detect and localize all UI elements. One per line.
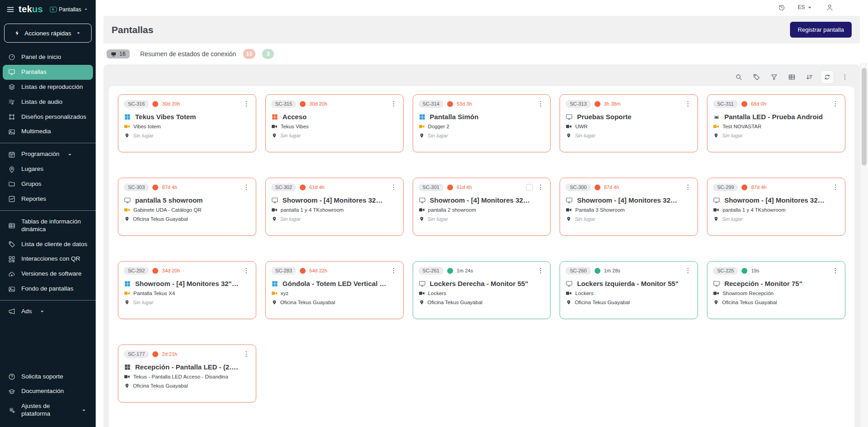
online-count-badge[interactable]: 3 <box>262 49 274 59</box>
sidebar-item-grupos[interactable]: Grupos <box>3 177 93 192</box>
playlist-link[interactable]: Lockers <box>428 291 446 296</box>
app-logo[interactable]: tekus <box>19 4 43 15</box>
screen-card[interactable]: SC-29987d 4hShowroom - [4] Monitores 32…… <box>707 178 845 236</box>
scrollbar[interactable] <box>860 63 868 427</box>
card-menu-button[interactable] <box>242 350 250 358</box>
location-link[interactable]: Oficina Tekus Guayabal <box>575 300 629 305</box>
sidebar-item-versiones-de-software[interactable]: Versiones de software <box>3 267 93 281</box>
playlist-link[interactable]: pantalla 2 showroom <box>428 207 476 213</box>
screen-card[interactable]: SC-31630d 20hTekus Vibes TotemVibes tote… <box>118 94 256 152</box>
sidebar-item-interacciones-con-qr[interactable]: Interacciones con QR <box>3 252 93 267</box>
sidebar-item-solicita-soporte[interactable]: Solicita soporte <box>3 369 93 384</box>
toolbar-funnel-button[interactable] <box>767 70 781 84</box>
card-menu-button[interactable] <box>536 100 545 108</box>
hamburger-menu-icon[interactable] <box>6 5 15 14</box>
playlist-link[interactable]: Vibes totem <box>133 124 161 129</box>
screen-card[interactable]: SC-2611m 24sLockers Derecha - Monitor 55… <box>413 261 551 319</box>
offline-count-badge[interactable]: 13 <box>243 49 255 59</box>
playlist-link[interactable]: Test NOVASTAR <box>722 124 761 129</box>
sidebar-item-tablas-de-informacion-dinamica[interactable]: Tablas de información dinámica <box>3 214 93 237</box>
playlist-link[interactable]: Pantalla 3 Showroom <box>575 207 624 213</box>
sidebar-item-listas-de-audio[interactable]: Listas de audio <box>3 95 93 110</box>
playlist-link[interactable]: Pantalla Tekus X4 <box>133 291 175 296</box>
screen-card[interactable]: SC-31453d 3hPantalla SimónDogger 2Sin lu… <box>413 94 551 152</box>
screen-card[interactable]: SC-30261d 4hShowroom - [4] Monitores 32…… <box>265 178 404 236</box>
sidebar-item-lugares[interactable]: Lugares <box>3 162 93 177</box>
screen-card[interactable]: SC-29234d 20hShowroom - [4] Monitores 32… <box>118 261 256 319</box>
screen-card[interactable]: SC-1772d 21hRecepción - Pantalla LED - (… <box>118 345 256 403</box>
playlist-link[interactable]: UWR <box>575 124 587 129</box>
sidebar-item-documentacion[interactable]: Documentación <box>3 384 93 399</box>
toolbar-search-button[interactable] <box>732 70 746 84</box>
card-menu-button[interactable] <box>536 183 545 191</box>
sidebar-item-panel-de-inicio[interactable]: Panel de inicio <box>3 50 93 65</box>
location-link[interactable]: Oficina Tekus Guayabal <box>133 216 188 222</box>
playlist-link[interactable]: Gabinete UDA - Catálogo QR <box>133 207 201 213</box>
screen-card[interactable]: SC-30087d 4hShowroom - [4] Monitores 32…… <box>560 178 698 236</box>
card-menu-button[interactable] <box>684 183 692 191</box>
card-menu-button[interactable] <box>390 100 398 108</box>
card-menu-button[interactable] <box>831 183 839 191</box>
context-switcher[interactable]: k Pantallas <box>50 6 88 13</box>
sidebar-item-listas-de-reproduccion[interactable]: Listas de reproducción <box>3 80 93 95</box>
screen-card[interactable]: SC-2601m 28sLockers Izquierda - Monitor … <box>560 261 698 319</box>
screen-card[interactable]: SC-31530d 20hAccesoTekus VibesSin lugar <box>265 94 404 152</box>
sidebar-item-disenos-personalizados[interactable]: Diseños personalizados <box>3 110 93 125</box>
playlist-link[interactable]: xyz <box>281 291 288 296</box>
screen-card[interactable]: SC-31168d 0hPantalla LED - Prueba Androi… <box>707 94 845 152</box>
playlist-link[interactable]: Dogger 2 <box>428 124 449 129</box>
sidebar-item-fondo-de-pantallas[interactable]: Fondo de pantallas <box>3 281 93 296</box>
sidebar-item-multimedia[interactable]: Multimedia <box>3 124 93 139</box>
card-menu-button[interactable] <box>242 183 250 191</box>
screen-card[interactable]: SC-3133h 38mPruebas SoporteUWRSin lugar <box>560 94 698 152</box>
sidebar-item-lista-de-cliente-de-datos[interactable]: Lista de cliente de datos <box>3 237 93 252</box>
register-screen-button[interactable]: Registrar pantalla <box>790 22 852 38</box>
playlist-link[interactable]: Tekus Vibes <box>281 124 309 129</box>
sidebar-item-ads[interactable]: Ads <box>3 304 93 319</box>
sidebar-item-programacion[interactable]: Programación <box>3 147 93 162</box>
card-menu-button[interactable] <box>684 267 692 275</box>
playlist-link[interactable]: pantalla 1 y 4 TKshowroom <box>722 207 785 213</box>
screen-card[interactable]: SC-28354d 22hGóndola - Totem LED Vertica… <box>265 261 404 319</box>
card-menu-button[interactable] <box>242 267 250 275</box>
toolbar-sort-button[interactable] <box>803 70 816 84</box>
screen-card[interactable]: SC-30387d 4hpantalla 5 showroomGabinete … <box>118 178 256 236</box>
sidebar-bottom-nav: Solicita soporteDocumentaciónAjustes de … <box>0 369 96 427</box>
user-icon[interactable] <box>826 4 834 11</box>
sidebar-item-ajustes-de-plataforma[interactable]: Ajustes de plataforma <box>3 399 93 422</box>
sidebar-item-reportes[interactable]: Reportes <box>3 192 93 207</box>
toolbar-refresh-button[interactable] <box>820 70 834 84</box>
playlist-link[interactable]: Lockers <box>575 291 593 296</box>
video-camera-icon <box>419 123 425 130</box>
location-row: Sin lugar <box>271 132 398 138</box>
card-menu-button[interactable] <box>684 100 692 108</box>
card-menu-button[interactable] <box>831 267 839 275</box>
card-menu-button[interactable] <box>242 100 250 108</box>
location-link[interactable]: Oficina Tekus Guayabal <box>722 300 777 305</box>
card-menu-button[interactable] <box>536 267 545 275</box>
location-link[interactable]: Oficina Tekus Guayabal <box>280 300 335 305</box>
total-screens-chip[interactable]: 16 <box>107 49 130 58</box>
playlist-link[interactable]: pantalla 1 y 4 TKshowroom <box>281 207 344 213</box>
playlist-link[interactable]: Showroom Recepción <box>722 291 774 296</box>
sidebar-item-pantallas[interactable]: Pantallas <box>3 65 93 80</box>
language-selector[interactable]: ES <box>798 4 814 11</box>
toolbar-kebab-button[interactable] <box>838 70 852 84</box>
quick-actions-button[interactable]: Acciones rápidas <box>4 24 92 43</box>
card-menu-button[interactable] <box>390 183 398 191</box>
location-link[interactable]: Oficina Tekus Guayabal <box>133 383 188 388</box>
scrollbar-thumb[interactable] <box>862 68 867 165</box>
toolbar-table-button[interactable] <box>785 70 799 84</box>
location-link[interactable]: Oficina Tekus Guayabal <box>428 300 483 305</box>
history-icon[interactable] <box>778 4 785 11</box>
playlist-link[interactable]: Tekus - Pantalla LED Acceso - Disandina <box>133 374 228 379</box>
screen-card[interactable]: SC-30161d 4hShowroom - [4] Monitores 32…… <box>413 178 551 236</box>
chevron-down-icon <box>806 4 814 11</box>
funnel-icon <box>770 73 778 81</box>
card-menu-button[interactable] <box>831 100 839 108</box>
toolbar-tag-button[interactable] <box>750 70 763 84</box>
screen-card[interactable]: SC-22519sRecepción - Monitor 75"Showroom… <box>707 261 845 319</box>
android-os-icon <box>713 113 720 121</box>
card-menu-button[interactable] <box>390 267 398 275</box>
card-checkbox[interactable] <box>526 184 533 191</box>
